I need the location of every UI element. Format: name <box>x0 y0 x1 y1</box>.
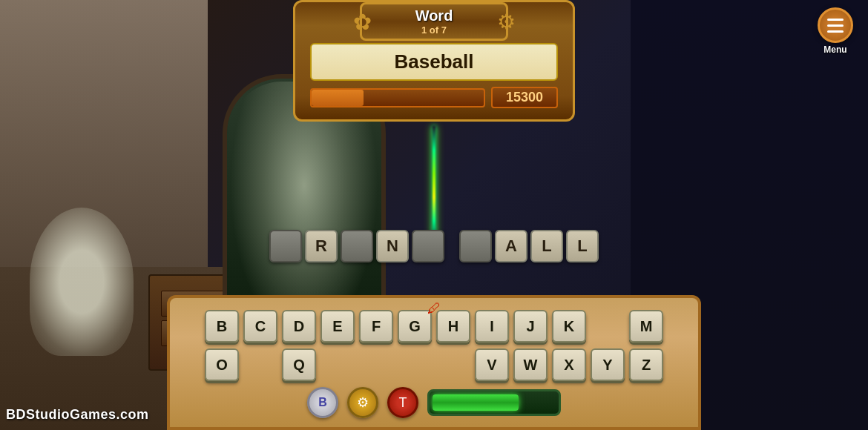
key-I[interactable]: I <box>475 310 509 343</box>
pencil-icon: 🖊 <box>427 301 441 317</box>
sparkle-beam <box>433 126 435 245</box>
menu-line-2 <box>827 24 844 27</box>
key-D[interactable]: D <box>282 310 316 343</box>
tool-red-label: T <box>399 395 407 411</box>
menu-button[interactable]: Menu <box>818 7 853 55</box>
menu-line-1 <box>827 19 844 21</box>
puzzle-tile-3[interactable] <box>341 230 373 262</box>
key-F[interactable]: F <box>359 310 393 343</box>
word-progress: 1 of 7 <box>421 24 447 36</box>
puzzle-tile-9: L <box>566 230 599 262</box>
puzzle-letter-row: R N A L L <box>269 230 599 262</box>
key-Q[interactable]: Q <box>282 348 316 381</box>
key-Y[interactable]: Y <box>591 348 625 381</box>
key-K[interactable]: K <box>552 310 586 343</box>
bottom-progress-fill <box>433 394 519 411</box>
keyboard-panel: 🖊 B C D E F G H I J K M O Q V W X Y Z B … <box>167 295 701 430</box>
gear-left-icon: ✿ <box>349 8 375 35</box>
key-W[interactable]: W <box>513 348 548 381</box>
key-V[interactable]: V <box>475 348 509 381</box>
score-bar <box>310 88 485 108</box>
puzzle-tile-2: R <box>305 230 338 262</box>
puzzle-tile-8: L <box>530 230 563 262</box>
score-row: 15300 <box>310 87 558 108</box>
key-B[interactable]: B <box>205 310 239 343</box>
puzzle-tile-6[interactable] <box>459 230 492 262</box>
puzzle-tile-7: A <box>495 230 527 262</box>
key-J[interactable]: J <box>513 310 548 343</box>
word-display: Baseball <box>310 43 558 81</box>
tools-row: B ⚙ T <box>185 387 683 418</box>
menu-lines <box>827 19 844 33</box>
tool-gold[interactable]: ⚙ <box>347 387 378 418</box>
key-H[interactable]: H <box>436 310 470 343</box>
word-title: Word <box>415 7 453 24</box>
score-value: 15300 <box>491 87 558 108</box>
key-X[interactable]: X <box>552 348 586 381</box>
key-Z[interactable]: Z <box>629 348 663 381</box>
ghost-figure <box>30 208 134 356</box>
keyboard-row-2: O Q V W X Y Z <box>185 348 683 381</box>
menu-line-3 <box>827 30 844 33</box>
key-O[interactable]: O <box>205 348 239 381</box>
tool-red[interactable]: T <box>387 387 418 418</box>
key-C[interactable]: C <box>243 310 277 343</box>
word-banner: ✿ Word 1 of 7 ⚙ <box>360 2 508 41</box>
puzzle-tile-5[interactable] <box>412 230 444 262</box>
tool-coin-label: B <box>318 396 327 409</box>
score-bar-fill <box>312 90 364 106</box>
bottom-progress-bar <box>427 389 561 416</box>
menu-icon[interactable] <box>818 7 853 43</box>
tool-gold-label: ⚙ <box>357 394 369 411</box>
key-E[interactable]: E <box>320 310 355 343</box>
gear-right-icon: ⚙ <box>493 8 519 35</box>
puzzle-space <box>447 230 456 262</box>
key-M[interactable]: M <box>629 310 663 343</box>
watermark: BDStudioGames.com <box>6 407 149 423</box>
tool-coin[interactable]: B <box>307 387 338 418</box>
puzzle-tile-4: N <box>376 230 409 262</box>
info-panel: ✿ Word 1 of 7 ⚙ Baseball 15300 <box>293 0 575 122</box>
puzzle-tile-1[interactable] <box>269 230 302 262</box>
menu-label: Menu <box>823 44 846 55</box>
